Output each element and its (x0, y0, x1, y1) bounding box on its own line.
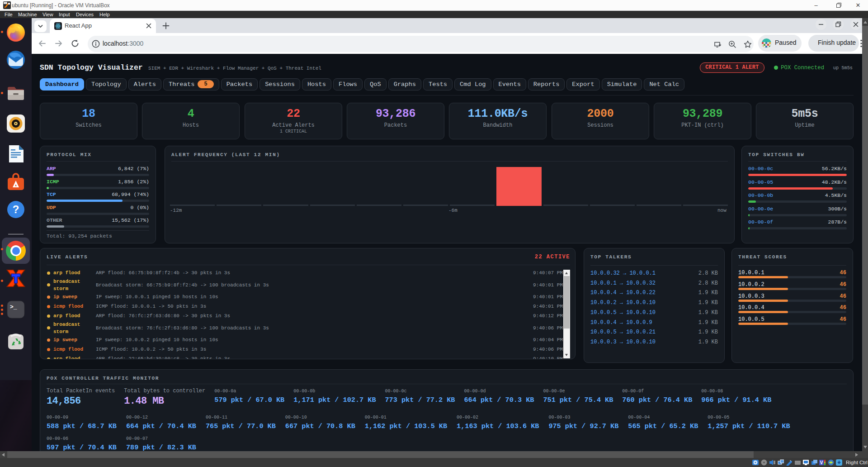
svg-text:V: V (820, 460, 823, 465)
svg-text:>_: >_ (10, 304, 17, 310)
svg-text:?: ? (13, 203, 19, 215)
